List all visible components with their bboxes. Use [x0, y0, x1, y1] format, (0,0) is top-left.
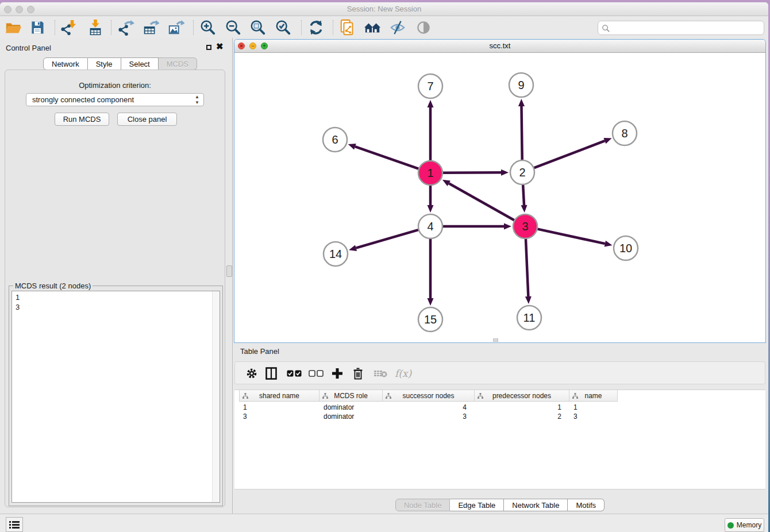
zoom-selected-icon[interactable]: [274, 18, 293, 37]
open-session-icon[interactable]: [3, 18, 23, 37]
deselect-all-rows-icon[interactable]: [309, 362, 324, 385]
import-table-icon[interactable]: [86, 18, 105, 37]
graph-edge-3-11[interactable]: [526, 239, 528, 296]
memory-button[interactable]: Memory: [725, 518, 764, 532]
toolbar-separator: [301, 20, 302, 35]
graph-node-label: 8: [621, 127, 627, 140]
graph-edge-2-3[interactable]: [523, 185, 524, 205]
cell-name[interactable]: 3: [569, 412, 618, 421]
network-canvas[interactable]: 7968124314101511: [234, 53, 765, 342]
panel-divider-handle[interactable]: [226, 265, 232, 277]
graph-node-label: 14: [329, 248, 342, 260]
table-panel: Table Panel ✖: [234, 344, 765, 514]
tab-select[interactable]: Select: [121, 57, 159, 70]
graph-edge-arrow: [428, 205, 434, 213]
graph-edge-arrow: [603, 138, 611, 144]
cell-shared-name[interactable]: 1: [239, 403, 319, 412]
graph-edge-arrow: [525, 296, 532, 304]
cell-predecessor-nodes[interactable]: 1: [475, 403, 569, 412]
tab-motifs[interactable]: Motifs: [568, 499, 605, 511]
export-table-icon[interactable]: [141, 18, 160, 37]
close-panel-button[interactable]: Close panel: [117, 113, 177, 126]
add-row-icon[interactable]: [332, 362, 343, 385]
graph-edge-arrow: [501, 169, 509, 176]
export-image-icon[interactable]: [166, 18, 186, 37]
table-toolbar: f(x): [234, 361, 765, 384]
task-history-button[interactable]: [6, 517, 23, 532]
graph-node-label: 11: [523, 311, 536, 324]
table-options-icon[interactable]: [245, 362, 258, 385]
cell-name[interactable]: 1: [569, 403, 618, 412]
cell-successor-nodes[interactable]: 3: [383, 412, 475, 421]
graph-edge-2-9[interactable]: [521, 106, 522, 160]
show-all-views-icon[interactable]: [363, 18, 383, 37]
tab-edge-table[interactable]: Edge Table: [450, 499, 504, 511]
delete-column-icon-disabled: [374, 362, 387, 385]
export-network-icon[interactable]: [116, 18, 136, 37]
search-input[interactable]: [613, 22, 760, 33]
network-window-titlebar[interactable]: × − + scc.txt: [234, 40, 765, 53]
zoom-out-icon[interactable]: [224, 18, 243, 37]
cell-predecessor-nodes[interactable]: 2: [475, 412, 569, 421]
criterion-dropdown[interactable]: strongly connected component ▲▼: [26, 93, 204, 106]
table-row[interactable]: 1dominator411: [239, 403, 618, 412]
apply-layout-icon[interactable]: [306, 18, 326, 37]
result-scrollbar[interactable]: [212, 291, 220, 502]
graph-edge-1-2[interactable]: [443, 172, 501, 173]
graph-edge-2-8[interactable]: [534, 141, 605, 168]
tab-network[interactable]: Network: [43, 57, 88, 70]
select-all-rows-icon[interactable]: [287, 362, 302, 385]
zoom-fit-icon[interactable]: [248, 18, 268, 37]
hide-graphics-details-icon[interactable]: [388, 18, 407, 37]
cell-shared-name[interactable]: 3: [239, 412, 319, 421]
control-panel-title: Control Panel: [6, 44, 51, 52]
tab-style[interactable]: Style: [88, 57, 121, 70]
tab-node-table[interactable]: Node Table: [395, 499, 451, 511]
zoom-in-icon[interactable]: [198, 18, 218, 37]
cell-successor-nodes[interactable]: 4: [383, 403, 475, 412]
toolbar-separator: [111, 20, 111, 35]
cell-MCDS-role[interactable]: dominator: [319, 403, 383, 412]
mcds-result-textarea[interactable]: 1 3: [11, 291, 220, 503]
graph-edge-4-14[interactable]: [356, 230, 418, 248]
graph-edge-arrow: [348, 144, 356, 149]
close-panel-icon[interactable]: ✖: [216, 41, 224, 52]
column-header-name[interactable]: name: [569, 390, 618, 402]
panel-divider: [232, 38, 233, 514]
show-column-icon[interactable]: [265, 362, 277, 385]
list-icon: [9, 521, 20, 529]
float-panel-icon[interactable]: [206, 45, 211, 50]
main-titlebar: Session: New Session: [0, 2, 768, 16]
delete-rows-icon[interactable]: [353, 362, 363, 385]
column-header-shared-name[interactable]: shared name: [239, 390, 319, 402]
column-header-MCDS-role[interactable]: MCDS role: [319, 390, 383, 402]
show-graphics-details-icon[interactable]: [414, 18, 433, 37]
clone-network-icon[interactable]: [338, 18, 357, 37]
function-builder-icon-disabled: f(x): [395, 362, 411, 385]
search-field[interactable]: [598, 21, 764, 35]
column-header-successor-nodes[interactable]: successor nodes: [383, 390, 475, 402]
main-toolbar: [0, 17, 768, 38]
network-window-title: scc.txt: [234, 41, 765, 50]
graph-edge-3-10[interactable]: [537, 229, 605, 244]
save-session-icon[interactable]: [28, 18, 47, 37]
node-table[interactable]: shared nameMCDS rolesuccessor nodesprede…: [234, 390, 765, 489]
table-row[interactable]: 3dominator323: [239, 412, 618, 421]
search-icon: [602, 24, 610, 33]
graph-node-label: 2: [519, 166, 525, 179]
run-mcds-button[interactable]: Run MCDS: [55, 113, 109, 126]
tab-network-table[interactable]: Network Table: [504, 499, 568, 511]
import-network-icon[interactable]: [59, 18, 78, 37]
toolbar-separator: [55, 20, 55, 35]
graph-edge-1-6[interactable]: [355, 147, 418, 169]
tab-mcds[interactable]: MCDS: [159, 57, 197, 70]
control-panel-tabs: NetworkStyleSelectMCDS: [43, 57, 197, 70]
graph-node-label: 10: [619, 242, 632, 255]
graph-edge-3-1[interactable]: [449, 183, 514, 220]
cell-MCDS-role[interactable]: dominator: [319, 412, 383, 421]
column-header-predecessor-nodes[interactable]: predecessor nodes: [475, 390, 569, 402]
mcds-result-groupbox: MCDS result (2 nodes) 1 3: [9, 286, 223, 506]
app-window: Session: New Session: [0, 2, 768, 532]
status-bar: Memory: [0, 514, 768, 532]
canvas-resize-handle[interactable]: [493, 338, 498, 342]
